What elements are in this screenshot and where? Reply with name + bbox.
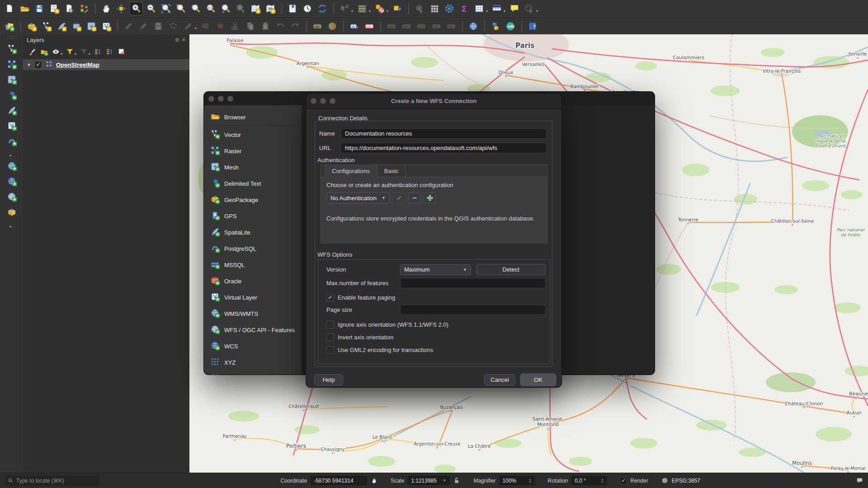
dsm-item-delimited-text[interactable]: Delimited Text <box>204 175 302 192</box>
show-pinned-labels-icon[interactable]: abc <box>400 19 413 33</box>
lock-scale-icon[interactable] <box>453 477 461 484</box>
spatial-bookmarks-icon[interactable] <box>286 2 299 15</box>
zoom-in-icon[interactable] <box>129 2 143 15</box>
dsm-item-postgresql[interactable]: PostgreSQL <box>204 240 302 257</box>
add-geopackage-layer-dropdown-icon[interactable]: ▾ <box>9 225 11 229</box>
toolbar-handle[interactable] <box>7 36 17 40</box>
dialog-titlebar[interactable]: Create a New WFS Connection <box>306 94 561 109</box>
new-gpx-layer-icon[interactable] <box>99 19 113 33</box>
open-project-icon[interactable] <box>18 2 31 15</box>
add-group-icon[interactable] <box>38 46 49 57</box>
messages-icon[interactable] <box>856 477 863 484</box>
add-raster-layer-icon[interactable] <box>4 57 19 71</box>
filter-legend-dropdown-icon[interactable]: ▾ <box>75 52 76 56</box>
crs-globe-icon[interactable] <box>661 477 669 484</box>
add-auth-config-button[interactable] <box>424 192 436 203</box>
close-dialog-icon[interactable] <box>311 98 316 104</box>
dsm-item-browser[interactable]: Browser <box>204 109 302 126</box>
pan-map-icon[interactable] <box>99 2 113 15</box>
measure-dropdown-icon[interactable]: ▾ <box>504 9 505 13</box>
help-contents-icon[interactable]: ? <box>526 19 539 33</box>
new-virtual-layer-icon[interactable] <box>70 19 83 33</box>
label-highlight-icon[interactable]: abc <box>363 19 376 33</box>
layer-row-openstreetmap[interactable]: ▼ ✓ OpenStreetMap <box>23 59 189 70</box>
redo-icon[interactable] <box>288 19 302 33</box>
add-vector-layer-icon[interactable] <box>4 42 19 56</box>
change-label-icon[interactable]: abc <box>444 19 458 33</box>
pan-to-selection-icon[interactable] <box>114 2 128 15</box>
render-checkbox[interactable]: ✓ <box>620 477 627 484</box>
rotate-label-icon[interactable]: abc <box>429 19 443 33</box>
move-feature-icon[interactable] <box>199 19 212 33</box>
save-edits-icon[interactable] <box>151 19 165 33</box>
new-print-layout-icon[interactable] <box>47 2 61 15</box>
dsm-item-oracle[interactable]: Oracle <box>204 273 302 289</box>
new-map-view-icon[interactable] <box>249 2 262 15</box>
add-wfs-layer-icon[interactable] <box>4 189 19 204</box>
layer-labeling-icon[interactable]: abc <box>311 19 324 33</box>
add-geopackage-layer-icon[interactable] <box>4 205 19 219</box>
crs-value[interactable]: EPSG:3857 <box>672 478 700 484</box>
remove-layer-icon[interactable] <box>116 46 127 57</box>
zoom-full-icon[interactable] <box>159 2 173 15</box>
vertex-tool-icon[interactable] <box>181 19 195 33</box>
ods-plugin-icon[interactable]: ods <box>504 19 517 33</box>
map-theme-sphere-icon[interactable] <box>326 19 339 33</box>
add-mesh-layer-icon[interactable] <box>4 72 19 87</box>
tab-configurations[interactable]: Configurations <box>325 164 377 177</box>
label-options-icon[interactable]: ab <box>348 19 361 33</box>
zoom-window-icon[interactable] <box>227 96 233 102</box>
select-features-icon[interactable] <box>355 2 369 15</box>
measure-icon[interactable] <box>490 2 504 15</box>
locator-search-input[interactable]: Type to locate (⌘K) <box>5 476 99 486</box>
enable-feature-paging-checkbox[interactable]: ✓ <box>326 294 334 301</box>
dsm-item-geopackage[interactable]: GeoPackage <box>204 192 302 208</box>
new-shapefile-layer-icon[interactable] <box>40 19 53 33</box>
vertex-tool-dropdown-icon[interactable]: ▾ <box>195 26 197 30</box>
data-source-manager-icon[interactable] <box>3 19 16 33</box>
dsm-item-spatialite[interactable]: SpatiaLite <box>204 224 302 240</box>
save-project-icon[interactable] <box>33 2 46 15</box>
split-features-icon[interactable] <box>229 19 242 33</box>
select-features-dropdown-icon[interactable]: ▾ <box>369 9 371 13</box>
magnifier-field[interactable]: 100%▲▼ <box>499 476 535 485</box>
style-manager-icon[interactable]: a <box>77 2 91 15</box>
open-layer-styling-icon[interactable] <box>27 46 38 57</box>
wfs-option-checkbox[interactable] <box>326 333 334 341</box>
manage-visibility-icon[interactable] <box>50 46 61 57</box>
rotation-field[interactable]: 0,0 °▲▼ <box>571 476 607 485</box>
add-postgis-layer-dropdown-icon[interactable]: ▾ <box>9 154 11 158</box>
wfs-option-checkbox[interactable] <box>326 321 334 328</box>
new-mesh-layer-icon[interactable] <box>85 19 98 33</box>
dsm-item-mssql[interactable]: MSSQL <box>204 257 302 273</box>
dsm-item-wcs[interactable]: WCS <box>204 338 302 354</box>
add-virtual-layer-icon[interactable] <box>4 118 19 133</box>
dsm-item-vector[interactable]: Vector <box>204 127 302 143</box>
add-postgis-layer-icon[interactable] <box>4 134 19 148</box>
attribute-table-dropdown-icon[interactable]: ▾ <box>486 9 488 13</box>
expand-all-icon[interactable] <box>92 46 103 57</box>
refresh-map-icon[interactable] <box>316 2 329 15</box>
zoom-out-icon[interactable] <box>144 2 158 15</box>
new-geopackage-layer-icon[interactable] <box>25 19 38 33</box>
move-label-icon[interactable]: abc <box>415 19 428 33</box>
minimize-dialog-icon[interactable] <box>320 98 326 104</box>
url-input[interactable] <box>341 143 547 153</box>
name-input[interactable] <box>341 128 547 139</box>
run-feature-action-icon[interactable] <box>523 2 536 15</box>
undo-icon[interactable] <box>274 19 287 33</box>
remove-auth-config-button[interactable] <box>408 192 420 203</box>
scale-combo[interactable]: 1:1213985▼ <box>407 476 450 485</box>
close-window-icon[interactable] <box>208 96 214 102</box>
delete-feature-icon[interactable] <box>214 19 227 33</box>
identify-results-icon[interactable]: i <box>413 2 426 15</box>
add-spatialite-layer-icon[interactable] <box>4 103 19 117</box>
paste-features-icon[interactable] <box>259 19 272 33</box>
filter-by-expression-icon[interactable] <box>78 46 89 57</box>
map-tips-icon[interactable] <box>508 2 521 15</box>
page-size-input[interactable] <box>400 305 546 315</box>
show-statistics-icon[interactable]: Σ <box>458 2 471 15</box>
processing-toolbox-icon[interactable] <box>443 2 456 15</box>
new-3d-map-view-icon[interactable]: 3D <box>264 2 277 15</box>
identify-features-icon[interactable]: i <box>338 2 351 15</box>
